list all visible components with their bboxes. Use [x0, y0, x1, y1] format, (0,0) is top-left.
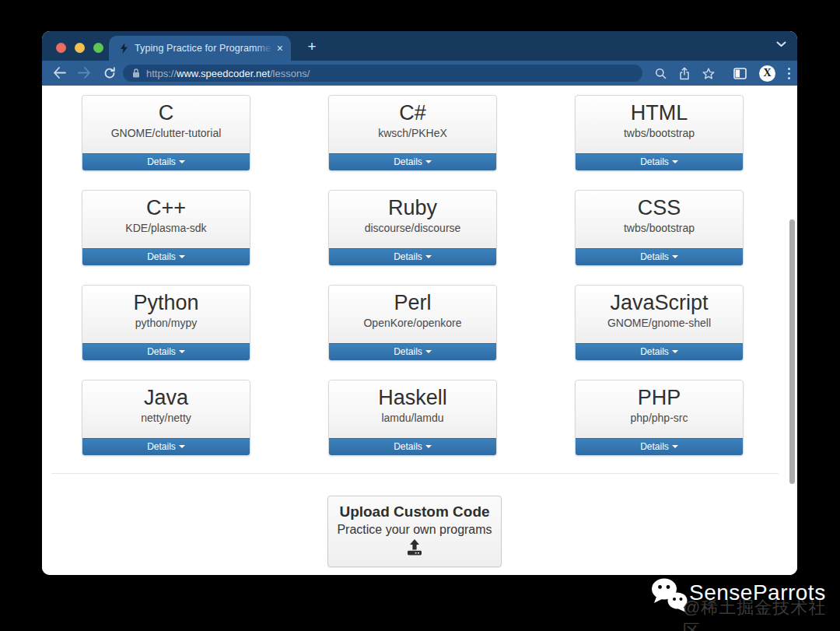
caret-down-icon	[425, 160, 432, 163]
details-button[interactable]: Details	[82, 438, 250, 455]
details-button[interactable]: Details	[82, 248, 250, 265]
minimize-window-button[interactable]	[75, 43, 85, 53]
lightning-bolt-favicon-icon	[120, 43, 128, 54]
lesson-card-body: C GNOME/clutter-tutorial	[82, 96, 250, 153]
browser-window: Typing Practice for Programme × +	[42, 31, 797, 575]
url-text: https://www.speedcoder.net/lessons/	[146, 68, 310, 79]
lesson-card-body: CSS twbs/bootstrap	[576, 191, 743, 248]
lesson-card: Ruby discourse/discourse Details	[328, 190, 497, 266]
lesson-title: Python	[82, 290, 250, 315]
profile-avatar[interactable]: X	[759, 65, 775, 82]
vertical-scrollbar-thumb[interactable]	[789, 219, 795, 484]
back-icon[interactable]	[53, 67, 66, 79]
details-button[interactable]: Details	[576, 343, 743, 360]
lesson-title: C++	[82, 195, 250, 220]
url-path: /lessons/	[270, 68, 310, 79]
details-label: Details	[394, 441, 422, 452]
screenshot-stage: Typing Practice for Programme × +	[0, 0, 840, 631]
bookmark-star-icon[interactable]	[702, 68, 715, 79]
lesson-title: JavaScript	[576, 290, 743, 315]
lesson-repo: python/mypy	[82, 317, 250, 329]
caret-down-icon	[672, 160, 678, 163]
upload-custom-code-card[interactable]: Upload Custom Code Practice your own pro…	[327, 496, 502, 567]
share-icon[interactable]	[679, 67, 690, 80]
new-tab-button[interactable]: +	[302, 37, 322, 57]
tab-strip: Typing Practice for Programme × +	[42, 31, 797, 61]
lesson-title: Ruby	[329, 195, 496, 220]
side-panel-icon[interactable]	[733, 68, 747, 79]
lesson-card: Java netty/netty Details	[82, 380, 250, 456]
details-label: Details	[640, 251, 669, 262]
details-label: Details	[394, 156, 422, 167]
browser-toolbar: https://www.speedcoder.net/lessons/ X	[42, 61, 797, 86]
details-button[interactable]: Details	[82, 343, 250, 360]
section-divider	[51, 473, 779, 474]
forward-icon[interactable]	[78, 67, 91, 79]
details-label: Details	[147, 346, 176, 357]
details-button[interactable]: Details	[576, 248, 743, 265]
lesson-card: C++ KDE/plasma-sdk Details	[82, 190, 250, 266]
lesson-title: CSS	[576, 195, 743, 220]
lesson-card-body: PHP php/php-src	[576, 380, 743, 438]
reload-icon[interactable]	[103, 67, 116, 79]
lesson-card: Perl OpenKore/openkore Details	[328, 285, 497, 361]
lesson-card-body: HTML twbs/bootstrap	[576, 96, 743, 153]
details-label: Details	[147, 156, 176, 167]
lesson-repo: OpenKore/openkore	[329, 317, 496, 329]
lesson-title: HTML	[576, 100, 743, 125]
lesson-card: JavaScript GNOME/gnome-shell Details	[575, 285, 744, 361]
details-button[interactable]: Details	[82, 153, 250, 170]
lesson-card-body: Python python/mypy	[82, 286, 250, 343]
caret-down-icon	[425, 350, 432, 353]
details-label: Details	[640, 156, 669, 167]
details-button[interactable]: Details	[576, 438, 743, 455]
lesson-card: CSS twbs/bootstrap Details	[575, 190, 744, 266]
lesson-card-body: Perl OpenKore/openkore	[329, 286, 496, 343]
lesson-card: C# kwsch/PKHeX Details	[328, 95, 497, 171]
caret-down-icon	[179, 160, 185, 163]
tab-close-icon[interactable]: ×	[277, 43, 283, 54]
caret-down-icon	[425, 445, 432, 448]
details-button[interactable]: Details	[329, 153, 496, 170]
lesson-card-body: Ruby discourse/discourse	[329, 191, 496, 248]
page-content: C GNOME/clutter-tutorial Details C# kwsc…	[42, 86, 797, 575]
lesson-title: PHP	[576, 385, 743, 410]
details-label: Details	[394, 346, 422, 357]
lesson-card: PHP php/php-src Details	[575, 380, 744, 456]
caret-down-icon	[425, 255, 432, 258]
details-label: Details	[147, 441, 176, 452]
upload-card-title: Upload Custom Code	[328, 503, 501, 521]
lesson-repo: GNOME/gnome-shell	[576, 317, 743, 329]
zoom-window-button[interactable]	[93, 43, 103, 53]
search-icon[interactable]	[655, 68, 667, 79]
lock-icon[interactable]	[132, 68, 140, 78]
chevron-down-icon[interactable]	[776, 41, 786, 47]
address-bar[interactable]: https://www.speedcoder.net/lessons/	[123, 65, 642, 82]
close-window-button[interactable]	[56, 43, 66, 53]
caret-down-icon	[672, 445, 678, 448]
details-label: Details	[640, 441, 669, 452]
details-label: Details	[147, 251, 176, 262]
details-button[interactable]: Details	[329, 438, 496, 455]
active-tab[interactable]: Typing Practice for Programme ×	[109, 36, 291, 61]
url-scheme: https://	[146, 68, 177, 79]
details-label: Details	[640, 346, 669, 357]
lesson-repo: lamdu/lamdu	[329, 412, 496, 424]
lesson-card: Python python/mypy Details	[82, 285, 250, 361]
details-button[interactable]: Details	[329, 248, 496, 265]
details-button[interactable]: Details	[329, 343, 496, 360]
lesson-repo: netty/netty	[82, 412, 250, 424]
kebab-menu-icon[interactable]	[788, 65, 790, 81]
lesson-card-body: Haskell lamdu/lamdu	[329, 380, 496, 438]
caret-down-icon	[179, 350, 185, 353]
lesson-repo: twbs/bootstrap	[576, 222, 743, 234]
details-button[interactable]: Details	[576, 153, 743, 170]
lesson-title: Java	[82, 385, 250, 410]
lesson-card: C GNOME/clutter-tutorial Details	[82, 95, 250, 171]
caret-down-icon	[179, 255, 185, 258]
lesson-repo: kwsch/PKHeX	[329, 127, 496, 139]
url-host: www.speedcoder.net	[177, 68, 270, 79]
lesson-card-body: JavaScript GNOME/gnome-shell	[576, 286, 743, 343]
upload-icon	[404, 539, 425, 556]
lesson-title: Perl	[329, 290, 496, 315]
